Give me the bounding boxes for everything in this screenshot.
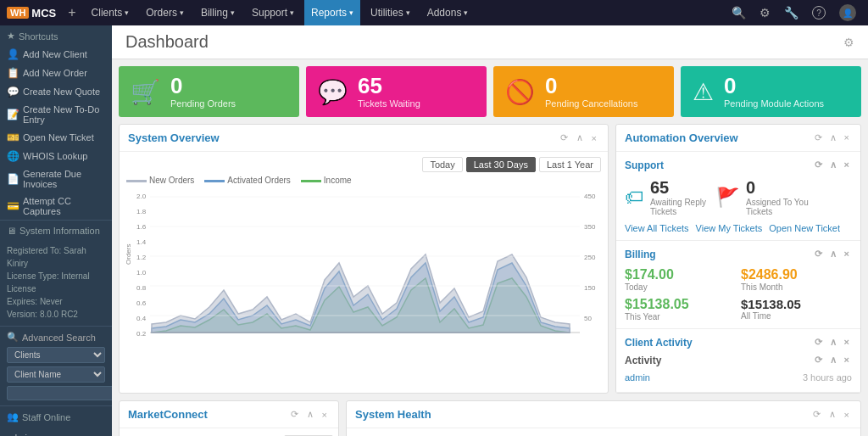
svg-text:0.8: 0.8 [136,284,147,292]
staff-member: admin [7,431,105,436]
activity-sub-expand-icon[interactable]: ∧ [827,354,839,366]
nav-addons[interactable]: Addons ▾ [420,0,476,25]
filter-last-30[interactable]: Last 30 Days [466,157,536,172]
activity-sub-close-icon[interactable]: × [842,354,852,366]
expand-icon[interactable]: ∧ [827,131,839,144]
chevron-down-icon: ▾ [464,8,468,17]
nav-orders[interactable]: Orders ▾ [139,0,191,25]
billing-this-year: $15138.05 This Year [625,297,736,321]
module-actions-number: 0 [724,75,824,97]
search-icon[interactable]: 🔍 [726,0,751,25]
wrench-icon[interactable]: 🔧 [779,0,804,25]
search-field-select[interactable]: Client Name Email Address [7,366,105,383]
svg-text:0.4: 0.4 [136,315,147,322]
market-panel-body: Manage Selling Status ☁ W [120,428,340,436]
flag-icon: 🚩 [716,187,739,209]
system-overview-title: System Overview [128,131,220,144]
advanced-search-section: 🔍 Advanced Search Clients Orders Invoice… [0,327,112,405]
billing-year-period: This Year [625,312,736,321]
assigned-stat: 🚩 0 Assigned To You Tickets [716,178,809,216]
tickets-number: 65 [358,75,420,97]
svg-text:1.2: 1.2 [136,254,147,261]
logo[interactable]: WH MCS [7,7,56,20]
awaiting-count: 65 [650,178,706,198]
system-health-title: System Health [355,408,431,421]
search-type-select[interactable]: Clients Orders Invoices [7,347,105,363]
activity-subtitle: Activity ⟳ ∧ × [625,354,852,366]
billing-close-icon[interactable]: × [842,248,852,260]
ticket-icon: 🎫 [7,131,19,143]
view-all-tickets-link[interactable]: View All Tickets [625,223,689,233]
sidebar-item-todo[interactable]: 📝 Create New To-Do Entry [0,101,112,128]
stat-card-module-actions[interactable]: ⚠ 0 Pending Module Actions [681,66,861,117]
svg-text:1.0: 1.0 [136,269,147,277]
cart-icon: 🛒 [131,78,160,106]
expand-icon[interactable]: ∧ [574,131,586,144]
pending-orders-number: 0 [170,75,236,97]
nav-plus-button[interactable]: + [68,5,75,20]
sidebar-item-add-order[interactable]: 📋 Add New Order [0,64,112,82]
activity-expand-icon[interactable]: ∧ [827,336,839,349]
sidebar-item-create-quote[interactable]: 💬 Create New Quote [0,82,112,101]
health-expand-icon[interactable]: ∧ [826,408,838,421]
market-close-icon[interactable]: × [320,409,330,421]
health-close-icon[interactable]: × [842,409,852,421]
activity-sub-refresh-icon[interactable]: ⟳ [812,354,825,366]
staff-online-section: admin [0,426,112,436]
billing-expand-icon[interactable]: ∧ [827,248,839,260]
support-refresh-icon[interactable]: ⟳ [812,159,825,171]
health-refresh-icon[interactable]: ⟳ [810,408,823,421]
avatar[interactable]: 👤 [834,0,861,25]
market-refresh-icon[interactable]: ⟳ [288,408,301,421]
filter-last-year[interactable]: Last 1 Year [539,157,601,172]
system-health-panel: System Health ⟳ ∧ × ✓ Overall Rating Goo… [346,400,861,436]
nav-billing[interactable]: Billing ▾ [194,0,242,25]
activity-refresh-icon[interactable]: ⟳ [812,336,825,349]
nav-support[interactable]: Support ▾ [245,0,301,25]
filter-today[interactable]: Today [422,157,462,172]
system-info-section-title: 🖥 System Information [0,220,112,239]
refresh-icon[interactable]: ⟳ [812,131,825,144]
activity-time: 3 hours ago [803,372,852,383]
quote-icon: 💬 [7,86,19,98]
close-icon[interactable]: × [589,132,599,144]
sidebar-item-cc-captures[interactable]: 💳 Attempt CC Captures [0,193,112,220]
sidebar-item-open-ticket[interactable]: 🎫 Open New Ticket [0,128,112,147]
svg-text:Orders: Orders [126,244,132,265]
support-expand-icon[interactable]: ∧ [827,159,839,171]
stat-card-pending-orders[interactable]: 🛒 0 Pending Orders [119,66,299,117]
stat-card-cancellations[interactable]: 🚫 0 Pending Cancellations [493,66,674,117]
chevron-down-icon: ▾ [125,8,129,17]
nav-utilities[interactable]: Utilities ▾ [364,0,417,25]
page-gear-icon[interactable]: ⚙ [843,36,854,49]
stat-card-tickets[interactable]: 💬 65 Tickets Waiting [306,66,487,117]
billing-refresh-icon[interactable]: ⟳ [812,248,825,260]
open-new-ticket-link[interactable]: Open New Ticket [769,223,840,233]
add-order-icon: 📋 [7,67,19,79]
chevron-down-icon: ▾ [349,8,353,17]
support-stats: 🏷 65 Awaiting Reply Tickets [625,178,852,216]
billing-this-month: $2486.90 This Month [741,267,852,292]
advanced-search-title: 🔍 Advanced Search [7,332,105,343]
refresh-icon[interactable]: ⟳ [558,131,570,144]
sidebar-item-invoices[interactable]: 📄 Generate Due Invoices [0,165,112,193]
search-input[interactable] [7,386,112,400]
user-avatar: 👤 [839,4,856,21]
sidebar-item-add-client[interactable]: 👤 Add New Client [0,45,112,64]
market-connect-panel: MarketConnect ⟳ ∧ × Manage Selling Statu… [119,400,339,436]
right-panel-column: Automation Overview ⟳ ∧ × Support ⟳ [615,124,861,394]
market-expand-icon[interactable]: ∧ [304,408,316,421]
help-icon[interactable]: ? [807,0,831,25]
todo-icon: 📝 [7,109,19,120]
bottom-panels-row: MarketConnect ⟳ ∧ × Manage Selling Statu… [112,400,868,436]
svg-text:1.4: 1.4 [136,238,147,246]
activity-close-icon[interactable]: × [842,336,852,349]
nav-clients[interactable]: Clients ▾ [85,0,136,25]
close-icon[interactable]: × [842,131,852,144]
automation-overview-title: Automation Overview [625,131,738,144]
gear-icon[interactable]: ⚙ [754,0,776,25]
nav-reports[interactable]: Reports ▾ [304,0,360,25]
support-close-icon[interactable]: × [842,159,852,171]
view-my-tickets-link[interactable]: View My Tickets [696,223,763,233]
sidebar-item-whois[interactable]: 🌐 WHOIS Lookup [0,147,112,165]
